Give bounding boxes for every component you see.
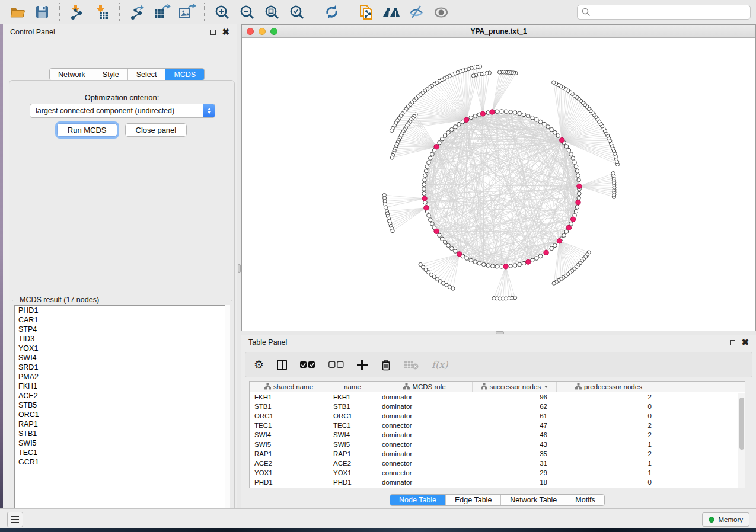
mcds-result-item[interactable]: FKH1	[15, 382, 229, 391]
mcds-result-item[interactable]: ACE2	[15, 391, 229, 400]
table-toolbar: ⚙ f(x)	[245, 352, 752, 377]
tab-node-table[interactable]: Node Table	[390, 495, 446, 505]
close-window-icon[interactable]	[247, 28, 254, 35]
import-network-button[interactable]	[67, 2, 87, 22]
network-canvas[interactable]	[242, 38, 755, 331]
close-panel-icon[interactable]: ✖	[222, 29, 229, 35]
network-graph[interactable]	[242, 38, 755, 331]
add-column-plus-icon[interactable]	[357, 357, 368, 373]
close-panel-button[interactable]: Close panel	[125, 123, 187, 137]
clone-network-button[interactable]	[356, 2, 377, 22]
first-neighbors-button[interactable]	[381, 2, 401, 22]
mcds-result-item[interactable]: ORC1	[15, 410, 229, 419]
mcds-result-item[interactable]: PHD1	[15, 306, 229, 315]
table-row[interactable]: TEC1TEC1connector472	[250, 421, 745, 430]
tab-network[interactable]: Network	[50, 69, 94, 80]
open-file-button[interactable]	[7, 2, 27, 22]
splitter-handle[interactable]	[238, 264, 241, 273]
table-row[interactable]: SWI5SWI5connector431	[250, 440, 745, 449]
refresh-button[interactable]	[321, 2, 342, 22]
zoom-fit-button[interactable]	[261, 2, 282, 22]
zoom-selected-button[interactable]	[286, 2, 307, 22]
table-options-gear-icon[interactable]: ⚙	[254, 357, 264, 373]
minimize-window-icon[interactable]	[259, 28, 266, 35]
memory-button[interactable]: Memory	[702, 512, 749, 527]
search-input[interactable]	[594, 7, 750, 18]
tab-select[interactable]: Select	[128, 69, 166, 80]
column-header-predecessor-nodes[interactable]: predecessor nodes	[557, 382, 661, 392]
mcds-result-item[interactable]: SRD1	[15, 363, 229, 372]
memory-status-icon	[709, 517, 714, 523]
optimization-criterion-select[interactable]: largest connected component (undirected)	[30, 104, 215, 118]
export-network-button[interactable]	[127, 2, 147, 22]
export-image-button[interactable]	[177, 2, 197, 22]
table-cell: 0	[557, 402, 661, 411]
table-cell: 31	[473, 459, 557, 468]
table-cell: dominator	[377, 402, 473, 411]
table-cell: STB1	[328, 402, 377, 411]
splitter-handle[interactable]	[496, 331, 504, 334]
table-row[interactable]: STB1STB1dominator620	[250, 402, 745, 411]
import-table-button[interactable]	[92, 2, 112, 22]
column-header-MCDS-role[interactable]: MCDS role	[377, 382, 473, 392]
deselect-all-icon[interactable]	[328, 357, 344, 373]
run-mcds-button[interactable]: Run MCDS	[57, 123, 117, 137]
mcds-result-item[interactable]: SWI4	[15, 353, 229, 363]
import-network-icon	[69, 4, 85, 20]
float-panel-icon[interactable]	[210, 30, 216, 35]
table-row[interactable]: ACE2ACE2connector311	[250, 459, 745, 468]
delete-trash-icon[interactable]	[381, 357, 391, 373]
mcds-result-item[interactable]: TEC1	[15, 448, 229, 457]
table-cell: SWI5	[250, 440, 328, 449]
zoom-out-button[interactable]	[237, 2, 257, 22]
show-panels-list-button[interactable]	[7, 512, 23, 527]
mcds-result-item[interactable]: PMA2	[15, 372, 229, 382]
table-row[interactable]: RAP1RAP1dominator352	[250, 449, 745, 459]
table-row[interactable]: PHD1PHD1dominator180	[250, 477, 745, 487]
scrollbar-thumb[interactable]	[739, 398, 744, 450]
zoom-selected-icon	[289, 4, 305, 20]
table-row[interactable]: YOX1YOX1connector291	[250, 468, 745, 477]
column-header-successor-nodes[interactable]: successor nodes	[473, 382, 557, 392]
save-session-button[interactable]	[32, 2, 52, 22]
mcds-result-item[interactable]: SWI5	[15, 438, 229, 448]
export-table-button[interactable]	[152, 2, 172, 22]
show-all-button[interactable]	[431, 2, 451, 22]
tab-network-table[interactable]: Network Table	[501, 495, 566, 505]
vertical-splitter[interactable]	[237, 24, 241, 508]
mcds-result-list[interactable]: PHD1CAR1STP4TID3YOX1SWI4SRD1PMA2FKH1ACE2…	[14, 305, 230, 518]
mcds-result-item[interactable]: STP4	[15, 325, 229, 334]
search-field[interactable]	[577, 5, 751, 20]
table-scrollbar[interactable]	[738, 393, 745, 488]
mcds-result-item[interactable]: RAP1	[15, 419, 229, 429]
maximize-window-icon[interactable]	[270, 28, 277, 35]
mcds-result-item[interactable]: GCR1	[15, 457, 229, 467]
table-row[interactable]: FKH1FKH1dominator962	[250, 392, 745, 402]
search-icon	[582, 8, 591, 17]
mcds-result-item[interactable]: CAR1	[15, 315, 229, 325]
mcds-result-item[interactable]: STB1	[15, 429, 229, 438]
show-eye-icon	[433, 4, 449, 20]
table-cell: YOX1	[250, 468, 328, 477]
tab-edge-table[interactable]: Edge Table	[446, 495, 501, 505]
table-row[interactable]: ORC1ORC1dominator610	[250, 411, 745, 421]
mcds-result-item[interactable]: STB5	[15, 400, 229, 410]
network-window-titlebar[interactable]: YPA_prune.txt_1	[242, 25, 755, 38]
select-all-icon[interactable]	[300, 357, 315, 373]
import-table-icon	[94, 4, 110, 20]
column-header-name[interactable]: name	[328, 382, 377, 392]
mcds-result-item[interactable]: TID3	[15, 334, 229, 344]
show-columns-icon[interactable]	[277, 357, 287, 373]
close-panel-icon[interactable]: ✖	[741, 339, 749, 345]
table-cell: 1	[557, 440, 661, 449]
float-panel-icon[interactable]	[730, 340, 735, 345]
zoom-in-button[interactable]	[212, 2, 232, 22]
hide-selected-button[interactable]	[406, 2, 426, 22]
tab-mcds[interactable]: MCDS	[165, 69, 204, 80]
mcds-result-item[interactable]: YOX1	[15, 344, 229, 353]
tab-style[interactable]: Style	[94, 69, 128, 80]
tab-motifs[interactable]: Motifs	[566, 495, 604, 505]
mcds-list-scrollbar[interactable]	[225, 305, 230, 518]
column-header-shared-name[interactable]: shared name	[250, 382, 328, 392]
table-row[interactable]: SWI4SWI4dominator462	[250, 430, 745, 440]
